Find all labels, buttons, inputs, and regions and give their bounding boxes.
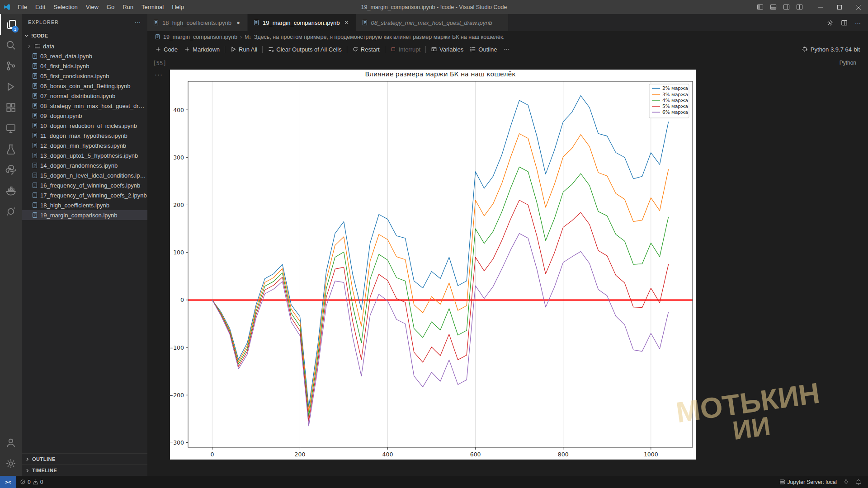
file-item[interactable]: 05_first_conclusions.ipynb — [22, 71, 147, 81]
file-item[interactable]: 10_dogon_reduction_of_icicles.ipynb — [22, 121, 147, 131]
plus-icon — [155, 46, 161, 52]
menu-file[interactable]: File — [14, 0, 31, 14]
editor-tab[interactable]: 08_strategy_min_max_host_guest_draw.ipyn… — [356, 14, 509, 31]
close-button[interactable] — [849, 0, 868, 14]
toolbar-markdown-button[interactable]: Markdown — [181, 44, 223, 55]
folder-item-data[interactable]: data — [22, 41, 147, 51]
close-tab-icon[interactable]: ✕ — [343, 19, 350, 26]
activitybar-account[interactable] — [0, 432, 22, 453]
menu-go[interactable]: Go — [103, 0, 118, 14]
toggle-panel-icon[interactable] — [770, 4, 777, 10]
file-item[interactable]: 08_strategy_min_max_host_guest_draw.ipyn… — [22, 101, 147, 111]
file-item[interactable]: 07_normal_distribution.ipynb — [22, 91, 147, 101]
menu-help[interactable]: Help — [168, 0, 188, 14]
jupyter-server-status[interactable]: Jupyter Server: local — [779, 479, 837, 485]
notebook-kernel-gear-icon[interactable] — [827, 19, 834, 26]
vscode-logo-icon — [0, 3, 14, 11]
toggle-sidebar-icon[interactable] — [757, 4, 764, 10]
menu-edit[interactable]: Edit — [31, 0, 49, 14]
toolbar-more-button[interactable] — [500, 44, 513, 55]
menu-terminal[interactable]: Terminal — [137, 0, 168, 14]
file-item[interactable]: 18_high_coefficients.ipynb — [22, 200, 147, 210]
sidebar-bottom-sections: OUTLINE TIMELINE — [22, 453, 147, 476]
toolbar-restart-button[interactable]: Restart — [349, 44, 383, 55]
file-name: 15_dogon_n_level_ideal_conditions.ipynb — [40, 172, 147, 179]
toolbar-code-button[interactable]: Code — [152, 44, 181, 55]
file-item[interactable]: 13_dogon_upto1_5_hypothesis.ipynb — [22, 150, 147, 160]
toolbar-clear-outputs-of-all-cells-button[interactable]: Clear Outputs of All Cells — [264, 44, 345, 55]
maximize-button[interactable] — [830, 0, 849, 14]
activitybar-bottom — [0, 432, 22, 476]
file-name: 10_dogon_reduction_of_icicles.ipynb — [40, 122, 137, 129]
notebook-file-icon — [32, 132, 38, 139]
modified-dot-icon[interactable]: ● — [235, 19, 242, 26]
notebook-file-icon — [32, 63, 38, 69]
activitybar-source-control[interactable] — [0, 56, 22, 76]
notifications-bell-icon[interactable] — [855, 479, 862, 485]
file-item[interactable]: 16_frequency_of_winning_coefs.ipynb — [22, 180, 147, 190]
file-item[interactable]: 19_margin_comparison.ipynb — [22, 210, 147, 220]
file-name: 09_dogon.ipynb — [40, 113, 82, 119]
notebook-cell-area: [55] ··· Python 02004006008001000−300−20… — [147, 56, 868, 476]
split-editor-icon[interactable] — [841, 19, 848, 26]
remote-indicator[interactable]: >< — [0, 476, 16, 488]
file-item[interactable]: 04_first_bids.ipynb — [22, 61, 147, 71]
file-item[interactable]: 14_dogon_randomness.ipynb — [22, 160, 147, 170]
menu-selection[interactable]: Selection — [49, 0, 81, 14]
toolbar-separator — [262, 46, 263, 53]
explorer-more-actions-icon[interactable]: ··· — [135, 19, 141, 25]
workspace-section-header[interactable]: !CODE — [22, 30, 147, 41]
notebook-file-icon — [32, 93, 38, 99]
activitybar-gear[interactable] — [0, 453, 22, 474]
toolbar-interrupt-button[interactable]: Interrupt — [387, 44, 424, 55]
activitybar-remote-explorer[interactable] — [0, 118, 22, 139]
file-item[interactable]: 17_frequency_of_winning_coefs_2.ipynb — [22, 190, 147, 200]
file-item[interactable]: 09_dogon.ipynb — [22, 111, 147, 121]
editor-tab[interactable]: 18_high_coefficients.ipynb ● — [147, 14, 248, 31]
activitybar-explorer[interactable]: 1 — [0, 14, 22, 35]
toggle-secondary-sidebar-icon[interactable] — [783, 4, 790, 10]
activitybar-run-debug[interactable] — [0, 76, 22, 97]
explorer-sidebar: EXPLORER ··· !CODE data03_read_data.ipyn… — [22, 14, 147, 476]
problems-status[interactable]: 0 0 — [16, 476, 47, 488]
menu-run[interactable]: Run — [118, 0, 137, 14]
window-title: 19_margin_comparison.ipynb - !code - Vis… — [361, 4, 507, 10]
toolbar-run-all-button[interactable]: Run All — [227, 44, 260, 55]
breadcrumb-cell-text[interactable]: Здесь, на простом примере, я продемонстр… — [254, 34, 505, 40]
notebook-file-icon — [32, 172, 38, 178]
cell-language-indicator[interactable]: Python — [840, 60, 856, 66]
minimize-button[interactable] — [811, 0, 830, 14]
plug-icon[interactable] — [843, 479, 849, 485]
timeline-section[interactable]: TIMELINE — [22, 465, 147, 476]
editor-tab[interactable]: 19_margin_comparison.ipynb ✕ — [248, 14, 356, 31]
activitybar-search[interactable] — [0, 35, 22, 56]
notebook-file-icon — [32, 83, 38, 89]
menu-view[interactable]: View — [82, 0, 103, 14]
activitybar-extensions[interactable] — [0, 97, 22, 118]
activitybar-python[interactable] — [0, 160, 22, 180]
file-item[interactable]: 12_dogon_min_hypothesis.ipynb — [22, 141, 147, 150]
kernel-picker[interactable]: Python 3.9.7 64-bit — [802, 46, 868, 53]
breadcrumb[interactable]: 19_margin_comparison.ipynb › M↓ Здесь, н… — [147, 31, 868, 42]
chevron-right-icon — [26, 43, 32, 49]
activitybar-docker[interactable] — [0, 180, 22, 201]
file-item[interactable]: 03_read_data.ipynb — [22, 51, 147, 61]
activitybar-testing[interactable] — [0, 139, 22, 160]
toolbar-variables-button[interactable]: Variables — [428, 44, 467, 55]
activitybar-jupyter[interactable] — [0, 201, 22, 222]
notebook-file-icon — [32, 73, 38, 79]
outline-section[interactable]: OUTLINE — [22, 453, 147, 465]
toolbar-outline-button[interactable]: Outline — [467, 44, 500, 55]
cell-menu-icon[interactable]: ··· — [155, 70, 163, 78]
menu-bar: FileEditSelectionViewGoRunTerminalHelp — [14, 0, 188, 14]
file-item[interactable]: 15_dogon_n_level_ideal_conditions.ipynb — [22, 170, 147, 180]
file-item[interactable]: 06_bonus_coin_and_Betting.ipynb — [22, 81, 147, 91]
file-item[interactable]: 11_dogon_max_hypothesis.ipynb — [22, 131, 147, 141]
toolbar-label: Outline — [478, 46, 497, 53]
customize-layout-icon[interactable] — [796, 4, 803, 10]
breadcrumb-file[interactable]: 19_margin_comparison.ipynb — [163, 34, 237, 40]
notebook-file-icon — [32, 202, 38, 208]
more-actions-icon[interactable]: ··· — [855, 19, 861, 26]
statusbar-right: Jupyter Server: local — [779, 479, 868, 485]
notebook-file-icon — [32, 142, 38, 149]
